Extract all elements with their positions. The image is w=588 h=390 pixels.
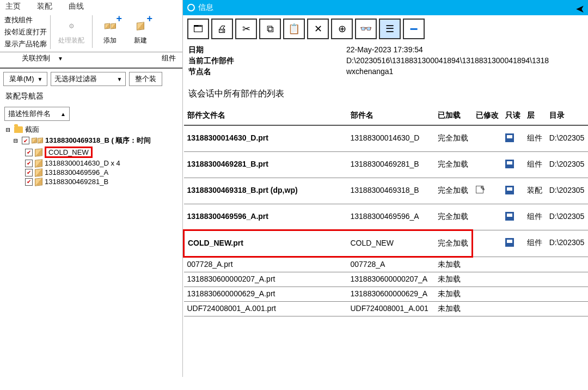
tree-label: 13188300014630_D x 4 <box>45 159 120 167</box>
tree-row[interactable]: ⊟ 截面 <box>4 124 178 135</box>
part-icon <box>35 159 42 167</box>
chevron-down-icon: ▼ <box>38 76 43 82</box>
document-icon: 🗔 <box>193 23 203 35</box>
list-button[interactable]: ☰ <box>379 19 401 39</box>
checkbox[interactable]: ✔ <box>25 169 33 176</box>
binoculars-icon: 👓 <box>360 23 372 35</box>
ribbon-show-outline[interactable]: 显示产品轮廓 <box>4 39 47 49</box>
cell-name: 13188300014630_D <box>347 125 434 152</box>
copy-button[interactable]: ⧉ <box>259 19 281 39</box>
cell-filename: COLD_NEW.prt <box>184 230 347 257</box>
cell-modified <box>473 272 502 287</box>
col-layer[interactable]: 层 <box>524 106 546 125</box>
cell-filename: UDF724008001_A.001.prt <box>184 302 347 316</box>
table-row[interactable]: 13188300469318_B.prt (dp,wp)131883004693… <box>184 178 589 204</box>
table-row[interactable]: 1318830600000629_A.prt1318830600000629_A… <box>184 287 589 302</box>
save-icon <box>505 160 514 168</box>
col-readonly[interactable]: 只读 <box>502 106 524 125</box>
ribbon: 查找组件 按邻近度打开 显示产品轮廓 ⚙ 处理装配 添加 新建 <box>0 13 182 52</box>
table-row[interactable]: 13188300014630_D.prt13188300014630_D完全加载… <box>184 125 589 152</box>
col-modified[interactable]: 已修改 <box>473 106 502 125</box>
col-filename[interactable]: 部件文件名 <box>184 106 347 125</box>
cell-loaded: 完全加载 <box>434 230 473 257</box>
cell-layer: 组件 <box>524 152 546 178</box>
cell-dir: D:\202305 <box>546 152 588 178</box>
tab-curve[interactable]: 曲线 <box>69 2 84 11</box>
delete-button[interactable]: ✕ <box>307 19 329 39</box>
tree-label: 13188300469281_B <box>45 178 108 186</box>
tree-row[interactable]: ✔COLD_NEW <box>4 146 178 159</box>
ribbon-open-neighbor[interactable]: 按邻近度打开 <box>4 27 47 37</box>
save-icon <box>505 238 514 247</box>
add-component-icon <box>105 23 116 29</box>
filter-select[interactable]: 无选择过滤器▼ <box>51 72 126 86</box>
table-row[interactable]: COLD_NEW.prtCOLD_NEW完全加载组件D:\202305 <box>184 230 589 257</box>
cell-name: 13188300469281_B <box>347 152 434 178</box>
ribbon-new-label: 新建 <box>134 36 147 45</box>
scissors-icon: ✂ <box>242 23 250 35</box>
cell-name: 13188300469318_B <box>347 178 434 204</box>
refresh-button[interactable]: 🗔 <box>187 19 209 39</box>
cell-loaded: 完全加载 <box>434 178 473 204</box>
tab-assembly[interactable]: 装配 <box>37 2 52 11</box>
cell-loaded: 未加载 <box>434 302 473 316</box>
table-row[interactable]: UDF724008001_A.001.prtUDF724008001_A.001… <box>184 302 589 316</box>
print-button[interactable]: 🖨 <box>211 19 233 39</box>
cell-loaded: 未加载 <box>434 272 473 287</box>
col-loaded[interactable]: 已加载 <box>434 106 473 125</box>
whole-assembly-button[interactable]: 整个装 <box>129 72 162 86</box>
menu-button[interactable]: 菜单(M)▼ <box>3 72 47 86</box>
minimize-button[interactable]: − <box>403 19 425 39</box>
cell-layer <box>524 272 546 287</box>
table-row[interactable]: 007728_A.prt007728_A未加载 <box>184 257 589 272</box>
descriptive-name-select[interactable]: 描述性部件名▲ <box>4 107 70 121</box>
cell-readonly <box>502 257 524 272</box>
cell-readonly <box>502 287 524 302</box>
cell-name: UDF724008001_A.001 <box>347 302 434 316</box>
find-button[interactable]: 👓 <box>355 19 377 39</box>
cell-readonly <box>502 204 524 230</box>
tree-row[interactable]: ✔13188300469596_A <box>4 168 178 177</box>
tree-row[interactable]: ✔13188300014630_D x 4 <box>4 159 178 168</box>
table-row[interactable]: 1318830600000207_A.prt1318830600000207_A… <box>184 272 589 287</box>
ribbon-find-component[interactable]: 查找组件 <box>4 15 47 25</box>
col-name[interactable]: 部件名 <box>347 106 434 125</box>
part-icon <box>35 168 42 176</box>
checkbox[interactable]: ✔ <box>25 178 33 186</box>
session-parts-title: 该会话中所有部件的列表 <box>183 80 588 106</box>
expand-icon[interactable]: ⊟ <box>12 137 20 145</box>
cut-button[interactable]: ✂ <box>235 19 257 39</box>
minus-icon: − <box>409 21 418 38</box>
paste-button[interactable]: 📋 <box>283 19 305 39</box>
checkbox[interactable]: ✔ <box>25 160 33 167</box>
cell-loaded: 完全加载 <box>434 125 473 152</box>
tab-home[interactable]: 主页 <box>5 2 21 11</box>
cell-layer: 装配 <box>524 178 546 204</box>
workpart-label: 当前工作部件 <box>188 56 346 66</box>
cell-readonly <box>502 178 524 204</box>
workpart-value: D:\20230516\1318831300041894\13188313000… <box>346 56 583 66</box>
cell-dir <box>546 257 588 272</box>
cell-dir <box>546 287 588 302</box>
cell-name: 13188300469596_A <box>347 204 434 230</box>
target-button[interactable]: ⊕ <box>331 19 353 39</box>
ribbon-new-button[interactable]: 新建 <box>127 15 154 46</box>
cell-filename: 13188300469318_B.prt (dp,wp) <box>184 178 347 204</box>
table-row[interactable]: 13188300469596_A.prt13188300469596_A完全加载… <box>184 204 589 230</box>
checkbox[interactable]: ✔ <box>22 137 29 144</box>
table-row[interactable]: 13188300469281_B.prt13188300469281_B完全加载… <box>184 152 589 178</box>
cell-dir: D:\202305 <box>546 178 588 204</box>
tree-row[interactable]: ⊟✔13188300469318_B ( 顺序：时间 <box>4 135 178 146</box>
assembly-icon <box>32 138 43 143</box>
cell-dir <box>546 272 588 287</box>
tree-row[interactable]: ✔13188300469281_B <box>4 177 178 186</box>
col-dir[interactable]: 目录 <box>546 106 588 125</box>
cell-modified <box>473 230 502 257</box>
info-titlebar: 信息 <box>183 0 588 15</box>
relation-control[interactable]: 关联控制 <box>22 53 50 63</box>
assembly-tree: ⊟ 截面 ⊟✔13188300469318_B ( 顺序：时间✔COLD_NEW… <box>0 123 182 187</box>
expand-icon[interactable]: ⊟ <box>4 126 12 134</box>
ribbon-add-button[interactable]: 添加 <box>97 15 123 46</box>
checkbox[interactable]: ✔ <box>25 149 33 156</box>
cell-modified <box>473 125 502 152</box>
